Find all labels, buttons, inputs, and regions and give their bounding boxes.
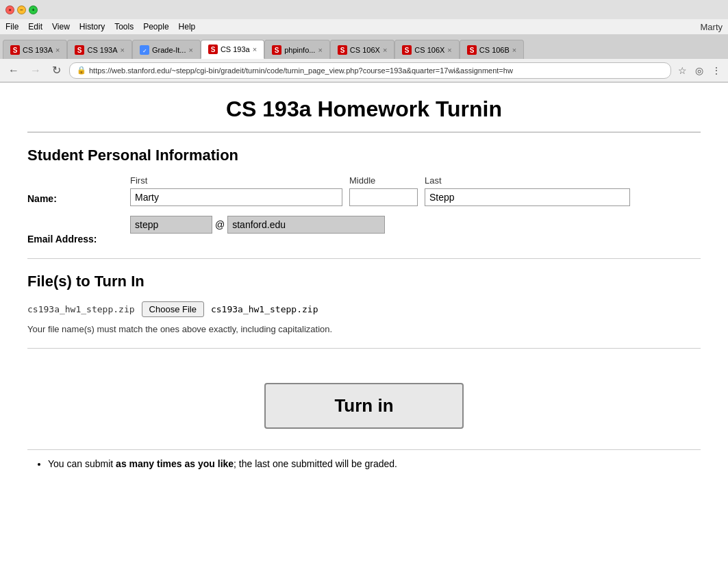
- notes-list: You can submit as many times as you like…: [48, 457, 701, 471]
- choose-file-button[interactable]: Choose File: [142, 301, 204, 317]
- tab-cs193a-2[interactable]: S CS 193A ×: [67, 40, 131, 59]
- maximize-window-button[interactable]: +: [29, 5, 38, 14]
- tab-phpinfo[interactable]: S phpinfo... ×: [264, 40, 330, 59]
- url-bar[interactable]: 🔒 https://web.stanford.edu/~stepp/cgi-bi…: [69, 62, 671, 79]
- svg-text:✓: ✓: [142, 48, 147, 54]
- first-label: First: [130, 175, 342, 186]
- svg-text:S: S: [211, 46, 216, 53]
- section-divider-1: [27, 258, 701, 259]
- chosen-file-name: cs193a_hw1_stepp.zip: [211, 304, 318, 314]
- svg-text:S: S: [405, 47, 410, 54]
- tab-gradeit[interactable]: ✓ Grade-It... ×: [132, 40, 201, 59]
- email-form-row: Email Address: @: [27, 216, 701, 245]
- first-name-input[interactable]: [130, 188, 342, 206]
- student-info-heading: Student Personal Information: [27, 147, 701, 164]
- name-fields: First Middle Last: [130, 175, 701, 206]
- last-label: Last: [425, 175, 630, 186]
- menu-tools[interactable]: Tools: [114, 22, 134, 32]
- window-controls[interactable]: × − +: [5, 5, 38, 14]
- file-label-text: cs193a_hw1_stepp.zip: [27, 304, 135, 314]
- tab-favicon-icon: S: [338, 45, 347, 55]
- at-sign: @: [215, 219, 225, 230]
- menu-file[interactable]: File: [5, 22, 18, 32]
- tab-label: CS 106B: [479, 46, 510, 54]
- middle-name-input[interactable]: [349, 188, 418, 206]
- tab-favicon-icon: S: [208, 45, 218, 54]
- bookmark-icon[interactable]: ☆: [677, 64, 688, 77]
- close-window-button[interactable]: ×: [5, 5, 14, 14]
- last-name-input[interactable]: [425, 188, 630, 206]
- tabs-bar: S CS 193A × S CS 193A × ✓ Grade-It... × …: [0, 34, 728, 59]
- tab-favicon-icon: S: [272, 45, 281, 55]
- section-divider-2: [27, 348, 701, 349]
- tab-close-icon[interactable]: ×: [318, 46, 322, 54]
- page-content: CS 193a Homework Turnin Student Personal…: [0, 83, 728, 494]
- middle-name-group: Middle: [349, 175, 418, 206]
- tab-label: CS 193a: [221, 45, 250, 53]
- back-button[interactable]: ←: [5, 63, 22, 78]
- svg-text:S: S: [275, 47, 279, 54]
- tab-cs193a-active[interactable]: S CS 193a ×: [201, 40, 264, 59]
- extensions-icon[interactable]: ◎: [694, 64, 705, 77]
- tab-close-icon[interactable]: ×: [512, 46, 516, 54]
- page-title: CS 193a Homework Turnin: [27, 97, 701, 133]
- svg-text:S: S: [13, 47, 18, 54]
- email-fields: @: [130, 216, 385, 234]
- tab-label: Grade-It...: [152, 46, 186, 54]
- svg-text:S: S: [340, 47, 345, 54]
- tab-cs193a-1[interactable]: S CS 193A ×: [3, 40, 67, 59]
- name-form-row: Name: First Middle Last: [27, 175, 701, 206]
- tab-close-icon[interactable]: ×: [55, 46, 60, 54]
- tab-favicon-icon: S: [75, 45, 84, 55]
- tab-close-icon[interactable]: ×: [121, 46, 125, 54]
- tab-cs106x-2[interactable]: S CS 106X ×: [394, 40, 459, 59]
- menu-history[interactable]: History: [79, 22, 105, 32]
- refresh-button[interactable]: ↻: [49, 62, 64, 78]
- menu-edit[interactable]: Edit: [28, 22, 42, 32]
- file-note: Your file name(s) must match the ones ab…: [27, 324, 701, 334]
- email-user-input[interactable]: [130, 216, 212, 234]
- browser-chrome: × − + File Edit View History Tools Peopl…: [0, 0, 728, 83]
- svg-text:S: S: [469, 47, 474, 54]
- note-item-1: You can submit as many times as you like…: [48, 457, 701, 471]
- tab-favicon-icon: S: [10, 45, 20, 55]
- last-name-group: Last: [425, 175, 630, 206]
- minimize-window-button[interactable]: −: [17, 5, 26, 14]
- url-text: https://web.stanford.edu/~stepp/cgi-bin/…: [89, 66, 664, 75]
- middle-label: Middle: [349, 175, 418, 186]
- tab-favicon-icon: S: [467, 45, 477, 55]
- forward-button[interactable]: →: [27, 63, 44, 78]
- turn-in-section: Turn in: [27, 362, 701, 442]
- svg-text:S: S: [77, 47, 82, 54]
- tab-cs106b[interactable]: S CS 106B ×: [460, 40, 524, 59]
- menu-bar: File Edit View History Tools People Help…: [0, 19, 728, 34]
- email-domain-input[interactable]: [227, 216, 385, 234]
- tab-close-icon[interactable]: ×: [383, 46, 387, 54]
- first-name-group: First: [130, 175, 342, 206]
- bottom-divider: [27, 449, 701, 450]
- tab-close-icon[interactable]: ×: [447, 46, 451, 54]
- email-label: Email Address:: [27, 216, 116, 245]
- tab-label: CS 106X: [414, 46, 444, 54]
- files-heading: File(s) to Turn In: [27, 273, 701, 290]
- address-bar: ← → ↻ 🔒 https://web.stanford.edu/~stepp/…: [0, 59, 728, 82]
- tab-close-icon[interactable]: ×: [253, 45, 257, 53]
- tab-label: CS 106X: [350, 46, 380, 54]
- browser-user-name: Marty: [701, 22, 723, 32]
- menu-help[interactable]: Help: [179, 22, 196, 32]
- tab-favicon-icon: ✓: [140, 45, 149, 55]
- tab-label: CS 193A: [87, 46, 117, 54]
- tab-cs106x-1[interactable]: S CS 106X ×: [330, 40, 394, 59]
- lock-icon: 🔒: [77, 66, 86, 75]
- tab-label: CS 193A: [23, 46, 53, 54]
- title-bar: × − +: [0, 0, 728, 19]
- menu-icon[interactable]: ⋮: [710, 64, 723, 77]
- file-row: cs193a_hw1_stepp.zip Choose File cs193a_…: [27, 301, 701, 317]
- turn-in-button[interactable]: Turn in: [264, 383, 463, 429]
- tab-favicon-icon: S: [402, 45, 412, 55]
- name-label: Name:: [27, 175, 116, 204]
- menu-view[interactable]: View: [52, 22, 70, 32]
- tab-label: phpinfo...: [284, 46, 315, 54]
- menu-people[interactable]: People: [143, 22, 168, 32]
- tab-close-icon[interactable]: ×: [188, 46, 192, 54]
